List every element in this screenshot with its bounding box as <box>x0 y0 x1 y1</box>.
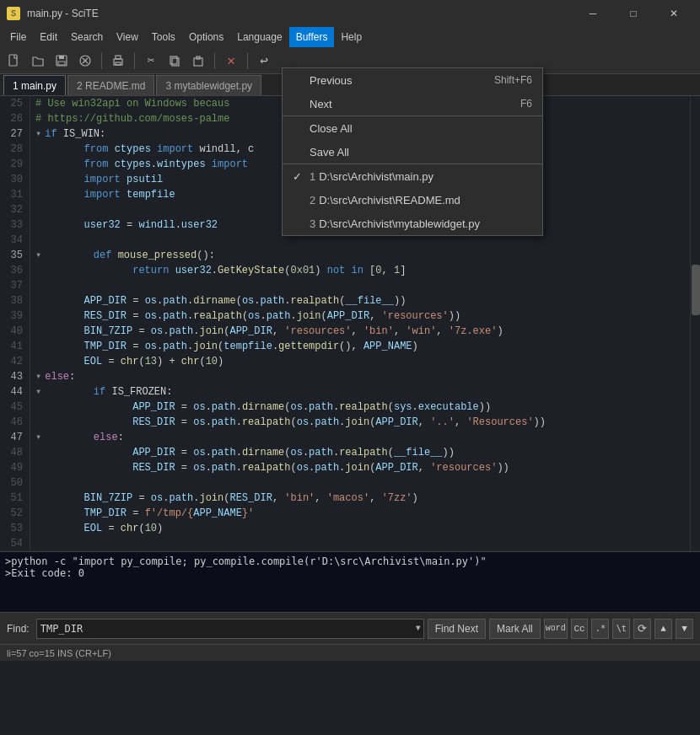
menu-file[interactable]: File <box>3 27 33 47</box>
output-panel: >python -c "import py_compile; py_compil… <box>0 551 700 612</box>
code-line-54 <box>30 536 690 551</box>
line-num-48: 48 <box>3 445 26 460</box>
case-button[interactable]: Cc <box>571 619 589 639</box>
line-num-30: 30 <box>3 172 26 187</box>
line-num-28: 28 <box>3 142 26 157</box>
tab-main-py[interactable]: 1 main.py <box>3 75 66 95</box>
mark-all-button[interactable]: Mark All <box>489 619 541 639</box>
line-num-25: 25 <box>3 96 26 111</box>
tab-readme-md[interactable]: 2 README.md <box>67 75 154 95</box>
menu-edit[interactable]: Edit <box>33 27 64 47</box>
line-num-47: 47 <box>3 430 26 445</box>
menu-view[interactable]: View <box>110 27 145 47</box>
escape-button[interactable]: \t <box>612 619 630 639</box>
buffers-menu-section-1: Previous Shift+F6 Next F6 <box>283 68 542 116</box>
toolbar-separator-4 <box>247 52 248 69</box>
line-num-50: 50 <box>3 475 26 491</box>
line-num-32: 32 <box>3 202 26 217</box>
line-num-27: 27 <box>3 126 26 142</box>
vertical-scrollbar[interactable] <box>690 96 700 551</box>
line-num-31: 31 <box>3 187 26 202</box>
code-line-45: APP_DIR = os.path.dirname(os.path.realpa… <box>30 400 690 415</box>
buffers-list: ✓ 1 D:\src\Archivist\main.py 2 D:\src\Ar… <box>283 164 542 235</box>
code-line-37 <box>30 278 690 293</box>
undo-button[interactable]: ↩ <box>253 50 275 72</box>
buffers-menu-close-all[interactable]: Close All <box>283 116 542 140</box>
regex-button[interactable]: .* <box>591 619 609 639</box>
buffer-1[interactable]: ✓ 1 D:\src\Archivist\main.py <box>283 164 542 188</box>
line-numbers: 25 26 27 28 29 30 31 32 33 34 35 36 37 3… <box>0 96 30 551</box>
line-num-38: 38 <box>3 293 26 308</box>
find-next-button[interactable]: Find Next <box>428 619 486 639</box>
buffers-menu-next[interactable]: Next F6 <box>283 92 542 115</box>
code-line-52: TMP_DIR = f'/tmp/{APP_NAME}' <box>30 506 690 521</box>
delete-button[interactable]: ✕ <box>220 50 242 72</box>
fold-arrow-44[interactable]: ▾ <box>35 386 41 398</box>
code-line-42: EOL = chr(13) + chr(10) <box>30 354 690 369</box>
copy-button[interactable] <box>164 50 186 72</box>
line-num-52: 52 <box>3 506 26 521</box>
fold-arrow-43[interactable]: ▾ <box>35 371 41 383</box>
minimize-button[interactable]: ─ <box>573 0 612 27</box>
open-button[interactable] <box>27 50 49 72</box>
line-num-37: 37 <box>3 278 26 293</box>
line-num-33: 33 <box>3 217 26 233</box>
code-line-40: BIN_7ZIP = os.path.join(APP_DIR, 'resour… <box>30 324 690 339</box>
close-doc-button[interactable] <box>74 50 96 72</box>
word-button[interactable]: word <box>544 619 568 639</box>
find-input-wrapper: ▼ <box>36 619 424 639</box>
find-label: Find: <box>7 623 30 635</box>
window-controls: ─ □ ✕ <box>573 0 693 27</box>
line-num-51: 51 <box>3 491 26 506</box>
menu-search[interactable]: Search <box>64 27 110 47</box>
fold-arrow-47[interactable]: ▾ <box>35 432 41 443</box>
svg-rect-9 <box>116 62 121 65</box>
output-line-2: >Exit code: 0 <box>5 567 695 579</box>
close-button[interactable]: ✕ <box>654 0 693 27</box>
paste-button[interactable] <box>187 50 209 72</box>
line-num-44: 44 <box>3 384 26 400</box>
menu-tools[interactable]: Tools <box>145 27 182 47</box>
menubar: File Edit Search View Tools Options Lang… <box>0 27 700 47</box>
line-num-54: 54 <box>3 536 26 551</box>
find-up-button[interactable]: ▲ <box>654 619 672 639</box>
reverse-button[interactable]: ⟳ <box>633 619 651 639</box>
buffer-3[interactable]: 3 D:\src\Archivist\mytablewidget.py <box>283 212 542 235</box>
buffers-menu-previous[interactable]: Previous Shift+F6 <box>283 68 542 92</box>
line-num-29: 29 <box>3 157 26 172</box>
find-down-button[interactable]: ▼ <box>676 619 693 639</box>
print-button[interactable] <box>107 50 129 72</box>
find-input[interactable] <box>36 619 424 639</box>
menu-help[interactable]: Help <box>334 27 369 47</box>
svg-rect-2 <box>59 56 64 59</box>
buffer-2[interactable]: 2 D:\src\Archivist\README.md <box>283 188 542 212</box>
menu-buffers[interactable]: Buffers <box>289 27 335 47</box>
scrollbar-thumb[interactable] <box>692 265 700 315</box>
code-line-50 <box>30 475 690 491</box>
save-button[interactable] <box>51 50 73 72</box>
line-num-41: 41 <box>3 339 26 354</box>
code-line-38: APP_DIR = os.path.dirname(os.path.realpa… <box>30 293 690 308</box>
app-icon: S <box>7 7 20 20</box>
menu-options[interactable]: Options <box>182 27 230 47</box>
code-line-46: RES_DIR = os.path.realpath(os.path.join(… <box>30 415 690 430</box>
buffers-menu-section-2: Close All Save All <box>283 116 542 164</box>
svg-rect-10 <box>172 58 179 66</box>
tab-mytablewidget[interactable]: 3 mytablewidget.py <box>156 75 261 95</box>
code-line-53: EOL = chr(10) <box>30 521 690 536</box>
buffers-menu-save-all[interactable]: Save All <box>283 140 542 164</box>
status-text: li=57 co=15 INS (CR+LF) <box>7 648 111 658</box>
code-line-47: ▾ else: <box>30 430 690 445</box>
maximize-button[interactable]: □ <box>614 0 653 27</box>
line-num-45: 45 <box>3 400 26 415</box>
cut-button[interactable]: ✂ <box>140 50 162 72</box>
code-line-49: RES_DIR = os.path.realpath(os.path.join(… <box>30 460 690 475</box>
line-num-49: 49 <box>3 460 26 475</box>
line-num-36: 36 <box>3 263 26 278</box>
menu-language[interactable]: Language <box>230 27 288 47</box>
fold-arrow-27[interactable]: ▾ <box>35 128 41 140</box>
find-dropdown-arrow[interactable]: ▼ <box>416 624 421 633</box>
fold-arrow-35[interactable]: ▾ <box>35 249 41 261</box>
new-button[interactable] <box>3 50 25 72</box>
line-num-43: 43 <box>3 369 26 384</box>
